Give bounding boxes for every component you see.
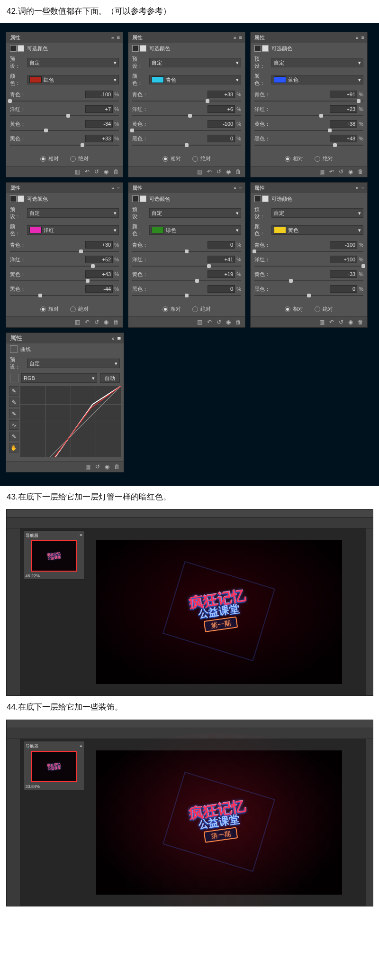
slider-track[interactable]	[10, 278, 119, 284]
panel-menu-icon[interactable]: ≡	[239, 185, 242, 191]
clip-icon[interactable]: ▥	[75, 319, 80, 325]
slider-track[interactable]	[132, 128, 241, 133]
trash-icon[interactable]: 🗑	[114, 463, 120, 470]
visibility-icon[interactable]: ◉	[226, 319, 231, 325]
panel-collapse-icon[interactable]: »	[234, 185, 236, 191]
preset-dropdown[interactable]: 自定▾	[149, 58, 241, 67]
reset-icon[interactable]: ↺	[339, 319, 343, 325]
slider-value[interactable]: +41	[208, 256, 235, 263]
auto-button[interactable]: 自动	[100, 373, 120, 383]
panel-menu-icon[interactable]: ≡	[117, 185, 120, 191]
slider-track[interactable]	[132, 278, 241, 284]
slider-value[interactable]: +91	[330, 91, 357, 98]
slider-value[interactable]: -100	[208, 120, 235, 128]
tool-palette[interactable]	[7, 739, 20, 906]
panel-collapse-icon[interactable]: »	[111, 35, 114, 40]
trash-icon[interactable]: 🗑	[113, 168, 119, 175]
document-area[interactable]: 导航器≡ 疯狂记忆公益课堂 33.84% 疯狂记忆 公益课堂 第一期	[20, 739, 366, 906]
clip-icon[interactable]: ▥	[319, 168, 325, 175]
color-dropdown[interactable]: 黄色▾	[271, 225, 363, 235]
reset-icon[interactable]: ↺	[217, 168, 221, 175]
preset-dropdown[interactable]: 自定▾	[27, 58, 119, 67]
relative-radio[interactable]: 相对	[40, 155, 59, 162]
trash-icon[interactable]: 🗑	[113, 319, 119, 325]
slider-value[interactable]: -33	[330, 270, 357, 278]
slider-value[interactable]: +30	[85, 241, 113, 249]
menu-bar[interactable]	[7, 509, 373, 518]
absolute-radio[interactable]: 绝对	[192, 305, 211, 313]
zoom-value[interactable]: 46.22%	[26, 573, 82, 578]
trash-icon[interactable]: 🗑	[358, 168, 363, 175]
eyedropper-black-icon[interactable]: ✎	[9, 386, 18, 396]
panel-collapse-icon[interactable]: »	[111, 185, 114, 191]
color-dropdown[interactable]: 红色▾	[27, 75, 119, 84]
visibility-icon[interactable]: ◉	[348, 168, 353, 175]
channel-dropdown[interactable]: RGB▾	[21, 373, 97, 383]
absolute-radio[interactable]: 绝对	[192, 155, 211, 162]
visibility-icon[interactable]: ◉	[105, 463, 109, 470]
slider-value[interactable]: -100	[330, 241, 357, 249]
clip-icon[interactable]: ▥	[85, 463, 90, 470]
panel-collapse-icon[interactable]: »	[356, 35, 359, 40]
color-dropdown[interactable]: 洋红▾	[27, 225, 119, 235]
relative-radio[interactable]: 相对	[162, 305, 181, 313]
panel-dock[interactable]	[366, 528, 373, 695]
trash-icon[interactable]: 🗑	[358, 319, 363, 325]
slider-track[interactable]	[132, 293, 241, 298]
navigator-thumb[interactable]: 疯狂记忆公益课堂	[31, 751, 77, 782]
clip-icon[interactable]: ▥	[197, 319, 202, 325]
relative-radio[interactable]: 相对	[40, 305, 59, 313]
clip-icon[interactable]: ▥	[75, 168, 80, 175]
tool-palette[interactable]	[7, 528, 20, 695]
preset-dropdown[interactable]: 自定▾	[271, 208, 363, 218]
navigator-panel[interactable]: 导航器≡ 疯狂记忆公益课堂 33.84%	[23, 741, 85, 790]
navigator-thumb[interactable]: 疯狂记忆公益课堂	[31, 540, 77, 572]
canvas[interactable]: 疯狂记忆 公益课堂 第一期	[96, 540, 342, 684]
slider-value[interactable]: -44	[85, 285, 113, 293]
panel-collapse-icon[interactable]: »	[234, 35, 236, 40]
panel-menu-icon[interactable]: ≡	[361, 185, 364, 191]
slider-track[interactable]	[254, 278, 363, 284]
relative-radio[interactable]: 相对	[285, 155, 303, 162]
reset-icon[interactable]: ↺	[217, 319, 221, 325]
absolute-radio[interactable]: 绝对	[315, 155, 333, 162]
slider-track[interactable]	[254, 98, 363, 104]
slider-track[interactable]	[254, 113, 363, 119]
absolute-radio[interactable]: 绝对	[70, 155, 89, 162]
curves-graph[interactable]	[20, 386, 121, 457]
slider-track[interactable]	[132, 249, 241, 254]
prev-icon[interactable]: ↶	[85, 319, 90, 325]
canvas[interactable]: 疯狂记忆 公益课堂 第一期	[96, 750, 342, 895]
visibility-icon[interactable]: ◉	[104, 319, 108, 325]
panel-menu-icon[interactable]: ≡	[117, 35, 120, 40]
curve-draw-icon[interactable]: ✎	[9, 432, 18, 441]
slider-track[interactable]	[10, 263, 119, 269]
slider-track[interactable]	[132, 142, 241, 148]
hand-icon[interactable]: ✋	[9, 443, 18, 453]
reset-icon[interactable]: ↺	[94, 319, 99, 325]
navigator-panel[interactable]: 导航器≡ 疯狂记忆公益课堂 46.22%	[23, 530, 85, 580]
trash-icon[interactable]: 🗑	[235, 319, 241, 325]
prev-icon[interactable]: ↶	[329, 168, 334, 175]
slider-value[interactable]: +43	[85, 270, 113, 278]
preset-dropdown[interactable]: 自定▾	[27, 208, 119, 218]
relative-radio[interactable]: 相对	[162, 155, 181, 162]
visibility-icon[interactable]: ◉	[226, 168, 231, 175]
absolute-radio[interactable]: 绝对	[70, 305, 89, 313]
reset-icon[interactable]: ↺	[339, 168, 343, 175]
slider-track[interactable]	[10, 142, 119, 148]
reset-icon[interactable]: ↺	[95, 463, 100, 470]
slider-value[interactable]: +52	[85, 256, 113, 263]
document-area[interactable]: 导航器≡ 疯狂记忆公益课堂 46.22% 疯狂记忆 公益课堂 第一期	[20, 528, 366, 695]
prev-icon[interactable]: ↶	[207, 168, 212, 175]
slider-value[interactable]: +7	[85, 105, 113, 113]
slider-track[interactable]	[254, 128, 363, 133]
slider-track[interactable]	[254, 263, 363, 269]
slider-track[interactable]	[10, 293, 119, 298]
slider-track[interactable]	[10, 113, 119, 119]
slider-track[interactable]	[132, 263, 241, 269]
prev-icon[interactable]: ↶	[329, 319, 334, 325]
slider-value[interactable]: +19	[208, 270, 235, 278]
preset-dropdown[interactable]: 自定▾	[271, 58, 363, 67]
curve-point-icon[interactable]: ∿	[9, 420, 18, 430]
